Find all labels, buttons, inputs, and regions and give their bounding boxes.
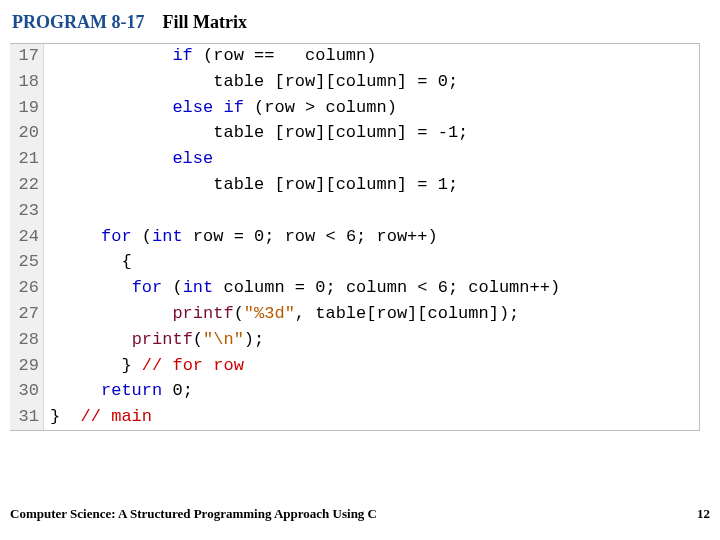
code-text: for (int column = 0; column < 6; column+… <box>44 276 699 302</box>
code-line: 22 table [row][column] = 1; <box>10 173 699 199</box>
code-text: table [row][column] = 1; <box>44 173 699 199</box>
line-number: 30 <box>10 379 44 405</box>
page-number: 12 <box>697 506 710 522</box>
footer-text: Computer Science: A Structured Programmi… <box>10 506 377 522</box>
code-line: 31} // main <box>10 405 699 431</box>
line-number: 24 <box>10 225 44 251</box>
code-line: 23 <box>10 199 699 225</box>
slide: PROGRAM 8-17 Fill Matrix 17 if (row == c… <box>0 0 720 540</box>
program-label: PROGRAM 8-17 <box>12 12 144 32</box>
line-number: 31 <box>10 405 44 431</box>
code-line: 30 return 0; <box>10 379 699 405</box>
line-number: 29 <box>10 354 44 380</box>
code-text: table [row][column] = -1; <box>44 121 699 147</box>
code-text: } // main <box>44 405 699 431</box>
code-line: 18 table [row][column] = 0; <box>10 70 699 96</box>
code-line: 21 else <box>10 147 699 173</box>
line-number: 23 <box>10 199 44 225</box>
line-number: 17 <box>10 44 44 70</box>
code-line: 24 for (int row = 0; row < 6; row++) <box>10 225 699 251</box>
code-text: printf("%3d", table[row][column]); <box>44 302 699 328</box>
code-text: for (int row = 0; row < 6; row++) <box>44 225 699 251</box>
heading: PROGRAM 8-17 Fill Matrix <box>12 12 710 33</box>
code-text: table [row][column] = 0; <box>44 70 699 96</box>
program-title: Fill Matrix <box>162 12 246 32</box>
line-number: 28 <box>10 328 44 354</box>
line-number: 27 <box>10 302 44 328</box>
line-number: 19 <box>10 96 44 122</box>
code-line: 25 { <box>10 250 699 276</box>
line-number: 25 <box>10 250 44 276</box>
code-line: 28 printf("\n"); <box>10 328 699 354</box>
code-line: 29 } // for row <box>10 354 699 380</box>
code-text: } // for row <box>44 354 699 380</box>
footer: Computer Science: A Structured Programmi… <box>10 506 710 522</box>
code-text: return 0; <box>44 379 699 405</box>
code-text: else if (row > column) <box>44 96 699 122</box>
code-text <box>44 199 699 225</box>
line-number: 26 <box>10 276 44 302</box>
line-number: 20 <box>10 121 44 147</box>
code-listing: 17 if (row == column)18 table [row][colu… <box>10 43 700 431</box>
code-text: else <box>44 147 699 173</box>
code-text: printf("\n"); <box>44 328 699 354</box>
code-text: { <box>44 250 699 276</box>
code-line: 19 else if (row > column) <box>10 96 699 122</box>
code-line: 26 for (int column = 0; column < 6; colu… <box>10 276 699 302</box>
line-number: 18 <box>10 70 44 96</box>
line-number: 21 <box>10 147 44 173</box>
code-line: 27 printf("%3d", table[row][column]); <box>10 302 699 328</box>
code-text: if (row == column) <box>44 44 699 70</box>
code-line: 20 table [row][column] = -1; <box>10 121 699 147</box>
line-number: 22 <box>10 173 44 199</box>
code-line: 17 if (row == column) <box>10 44 699 70</box>
